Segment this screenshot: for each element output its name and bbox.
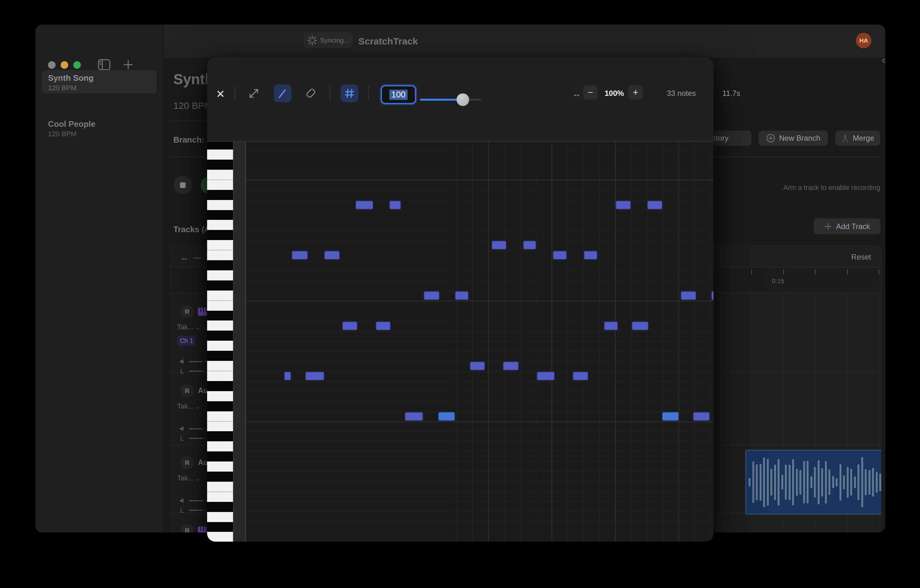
branch-graph-icon[interactable] (881, 57, 885, 73)
midi-note[interactable] (492, 241, 506, 250)
midi-note[interactable] (537, 372, 555, 380)
white-key[interactable] (207, 200, 233, 210)
midi-note[interactable] (284, 372, 291, 380)
black-key[interactable] (207, 431, 233, 441)
white-key[interactable] (207, 371, 233, 381)
black-key[interactable] (207, 381, 233, 391)
midi-note[interactable] (389, 200, 401, 210)
midi-note[interactable] (693, 412, 710, 421)
white-key[interactable] (207, 240, 233, 250)
white-key[interactable] (207, 361, 233, 371)
merge-button[interactable]: Merge (836, 131, 880, 146)
record-arm-button[interactable]: R (180, 384, 194, 397)
pan-slider[interactable] (189, 371, 202, 372)
midi-note[interactable] (503, 362, 519, 370)
midi-note[interactable] (405, 412, 423, 421)
reset-button[interactable]: Reset (851, 253, 871, 262)
white-key[interactable] (207, 150, 233, 160)
white-key[interactable] (207, 391, 233, 401)
record-arm-button[interactable]: R (180, 524, 194, 533)
midi-note[interactable] (681, 291, 696, 300)
white-key[interactable] (207, 270, 233, 280)
pencil-tool-button[interactable] (274, 84, 292, 102)
sidebar-toggle-icon[interactable] (98, 59, 110, 70)
black-key[interactable] (207, 451, 233, 462)
white-key[interactable] (207, 411, 233, 422)
midi-note[interactable] (355, 200, 373, 210)
midi-note[interactable] (573, 372, 588, 380)
zoom-fit-icon[interactable]: ↔ (180, 253, 188, 262)
white-key[interactable] (207, 300, 233, 311)
white-key[interactable] (207, 250, 233, 260)
black-key[interactable] (207, 472, 233, 482)
white-key[interactable] (207, 220, 233, 230)
midi-note[interactable] (424, 291, 439, 300)
midi-note[interactable] (376, 321, 390, 330)
volume-slider[interactable] (189, 500, 202, 501)
zoom-out-button[interactable]: − (583, 85, 598, 100)
avatar[interactable]: HA (856, 33, 871, 48)
piano-keys[interactable] (207, 142, 233, 542)
grid-snap-toggle[interactable] (341, 84, 358, 102)
midi-note[interactable] (584, 251, 597, 260)
new-branch-button[interactable]: New Branch (758, 131, 828, 146)
white-key[interactable] (207, 532, 233, 542)
black-key[interactable] (207, 502, 233, 512)
record-arm-button[interactable]: R (180, 305, 194, 318)
velocity-slider-knob[interactable] (457, 94, 469, 106)
black-key[interactable] (207, 351, 233, 361)
song-list-item[interactable]: Synth Song120 BPM (42, 70, 157, 94)
midi-note[interactable] (455, 291, 468, 300)
eraser-tool-button[interactable] (302, 84, 319, 102)
midi-note[interactable] (553, 251, 567, 260)
black-key[interactable] (207, 141, 233, 150)
midi-note[interactable] (662, 412, 679, 421)
black-key[interactable] (207, 210, 233, 220)
midi-note[interactable] (292, 251, 308, 260)
volume-slider[interactable] (189, 428, 202, 429)
black-key[interactable] (207, 160, 233, 170)
midi-note[interactable] (523, 241, 536, 250)
zoom-out-icon[interactable]: — (193, 253, 201, 262)
white-key[interactable] (207, 291, 233, 300)
add-track-button[interactable]: Add Track (814, 218, 881, 234)
midi-note[interactable] (604, 321, 618, 330)
black-key[interactable] (207, 190, 233, 200)
song-list-item[interactable]: Cool People120 BPM (42, 116, 157, 139)
white-key[interactable] (207, 462, 233, 472)
add-song-icon[interactable] (123, 60, 133, 70)
pan-slider[interactable] (189, 510, 202, 511)
black-key[interactable] (207, 522, 233, 532)
midi-note[interactable] (647, 200, 662, 210)
white-key[interactable] (207, 482, 233, 492)
black-key[interactable] (207, 401, 233, 411)
midi-note[interactable] (342, 321, 357, 330)
black-key[interactable] (207, 280, 233, 291)
midi-note[interactable] (711, 291, 714, 300)
traffic-close-button[interactable] (48, 61, 55, 69)
white-key[interactable] (207, 422, 233, 431)
traffic-zoom-button[interactable] (73, 61, 81, 69)
white-key[interactable] (207, 341, 233, 351)
pan-slider[interactable] (189, 438, 202, 439)
midi-note[interactable] (305, 372, 324, 380)
white-key[interactable] (207, 321, 233, 331)
note-grid[interactable] (245, 142, 714, 542)
midi-note[interactable] (615, 200, 631, 210)
white-key[interactable] (207, 441, 233, 451)
volume-slider[interactable] (189, 361, 202, 362)
expand-icon[interactable] (248, 87, 260, 100)
velocity-input[interactable]: 100 (381, 85, 416, 104)
audio-region-waveform[interactable] (745, 450, 881, 515)
white-key[interactable] (207, 170, 233, 180)
white-key[interactable] (207, 492, 233, 502)
midi-note[interactable] (470, 362, 485, 370)
stop-button[interactable] (173, 176, 192, 194)
midi-note[interactable] (324, 251, 340, 260)
piano-roll[interactable]: C2C1C0C-1 (207, 141, 714, 542)
white-key[interactable] (207, 512, 233, 522)
black-key[interactable] (207, 331, 233, 341)
close-button[interactable]: ✕ (216, 88, 225, 100)
zoom-in-button[interactable]: + (628, 85, 643, 100)
midi-note[interactable] (438, 412, 455, 421)
